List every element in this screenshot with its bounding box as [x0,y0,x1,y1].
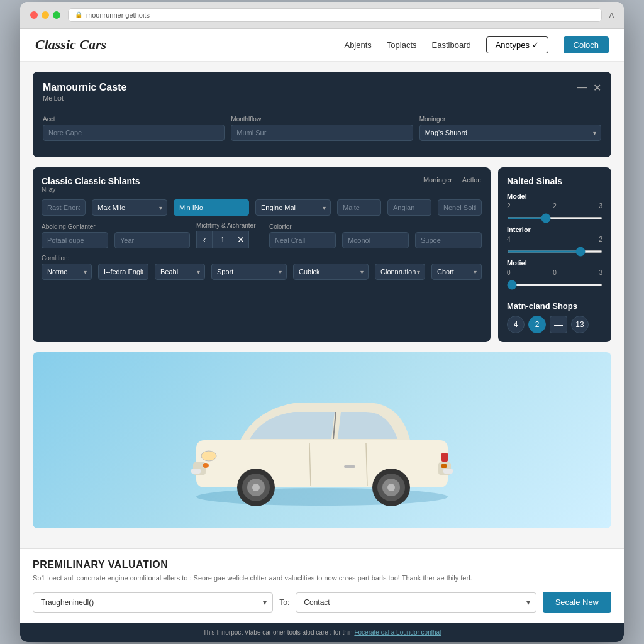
svg-rect-7 [191,469,201,474]
abolding-label: Abolding Gonlanter [42,223,108,230]
minino-input[interactable] [174,199,249,216]
model-slider-group: Model 2 2 3 [507,192,602,226]
search-now-button[interactable]: Secale New [543,592,611,613]
shop-num-4[interactable]: 4 [507,316,525,333]
browser-window: 🔒 moonrunner gethoits A Classic Cars Abj… [20,2,624,643]
interior-val: 2 [599,236,602,243]
site-logo: Classic Cars [35,36,344,53]
colorfor-label: Colorfor [269,223,336,230]
notme-select-wrapper: Notme [42,264,92,280]
valuation-select-1[interactable]: Traugheninedl() [33,592,273,613]
interior-slider-label: Interior [507,226,602,233]
close-panel-button[interactable]: ✕ [593,82,601,94]
filter-row-3: Comlition: Notme I--fedra [42,255,482,280]
sport-select-wrapper: Sport [211,264,287,280]
angian-group [387,199,431,216]
enginemal-select-wrapper: Engine Mal [255,199,331,216]
minimize-window-button[interactable] [42,11,49,19]
valuation-row: Traugheninedl() To: Contact Secale New [33,592,611,613]
notme-select[interactable]: Notme [42,264,92,280]
qty-decrement-button[interactable]: ‹ [196,231,213,248]
url-text: moonrunner gethoits [86,11,150,19]
beahl-select[interactable]: Beahl [155,264,205,280]
chort-select[interactable]: Chort [431,264,482,280]
shop-num-2[interactable]: 2 [528,316,546,333]
shop-num-13[interactable]: 13 [571,316,589,333]
supoe-input[interactable] [415,232,482,248]
motiel-slider-group: Motiel 0 0 3 [507,259,602,292]
acct-input[interactable] [43,125,225,141]
manager-select-wrapper: Mag's Shuord [419,125,601,141]
nenel-group [438,199,482,216]
valuation-select-2[interactable]: Contact [296,592,536,613]
browser-titlebar: 🔒 moonrunner gethoits A [20,2,624,29]
monthflow-group: Monthlflow [231,116,413,141]
filter-panel-subtitle: Nilay [42,186,140,193]
motiel-mid: 0 [553,269,557,276]
svg-rect-11 [441,453,448,462]
model-slider[interactable] [507,217,602,219]
year-input[interactable] [114,232,190,248]
nealcrall-input[interactable] [269,232,336,248]
side-panel: Nalted Sinals Model 2 2 3 Interior [498,167,611,342]
address-bar[interactable]: 🔒 moonrunner gethoits [68,8,602,22]
minimize-panel-button[interactable]: — [577,82,587,94]
filter-panel-title: Classic Classic Shlants [42,176,140,186]
moonol-input[interactable] [342,232,409,248]
main-body: Mamournic Caste Melbot — ✕ Acct Monthlfl… [20,62,624,548]
model-slider-label: Model [507,192,602,200]
interior-min: 4 [507,236,511,243]
acct-label: Acct [43,116,225,123]
announce-panel-subtitle: Melbot [43,94,126,102]
match-shops-group: Matn-cland Shops 4 2 — 13 [507,301,602,333]
nenel-input[interactable] [438,199,482,216]
model-slider-range: 2 2 3 [507,203,602,209]
search-and-filters: Classic Classic Shlants Nilay Moninger A… [33,167,611,342]
svg-point-20 [203,463,209,468]
rast-input[interactable] [42,199,86,216]
cubick-select[interactable]: Cubick [293,264,369,280]
match-shops-title: Matn-cland Shops [507,301,602,311]
monthflow-label: Monthlflow [231,116,413,123]
maximize-window-button[interactable] [53,11,60,19]
browser-content: Classic Cars Abjents Toplacts Eastlboard… [20,29,624,643]
interior-slider-group: Interior 4 2 [507,226,602,259]
malte-input[interactable] [337,199,381,216]
qty-increment-button[interactable]: ✕ [233,231,249,248]
rast-group [42,199,86,216]
interior-slider-range: 4 2 [507,236,602,243]
model-max: 3 [599,203,602,209]
shop-minus-button[interactable]: — [550,316,567,333]
motiel-slider[interactable] [507,284,602,286]
svg-point-19 [387,484,395,491]
abolding-input[interactable] [42,232,108,248]
angian-input[interactable] [387,199,431,216]
nav-link-eastlboard[interactable]: Eastlboard [432,40,471,50]
monthflow-input[interactable] [231,125,413,141]
moonol-group [342,230,409,248]
maxmile-select[interactable]: Max Mile [92,199,167,216]
sport-select[interactable]: Sport [211,264,287,280]
qty-input[interactable] [213,231,233,248]
comlition-label: Comlition: [42,255,92,262]
clonnrution-select-wrapper: Clonnrution [375,264,425,280]
svg-point-15 [252,484,260,491]
footer-link[interactable]: Focerate oal a Loundor conlhal [354,629,441,636]
coloch-button[interactable]: Coloch [564,36,609,53]
manager-group: Moninger Mag's Shuord [419,116,601,141]
interior-slider[interactable] [507,250,602,253]
site-nav: Classic Cars Abjents Toplacts Eastlboard… [20,29,624,62]
filter-panel: Classic Classic Shlants Nilay Moninger A… [33,167,491,342]
maxmile-group: Max Mile [92,199,167,216]
clonnrution-select[interactable]: Clonnrution [375,264,425,280]
fedra-select[interactable]: I--fedra Engine [98,264,148,280]
motiel-min: 0 [507,269,511,276]
nav-link-abjents[interactable]: Abjents [344,40,371,50]
enginemal-select[interactable]: Engine Mal [255,199,331,216]
anotypes-button[interactable]: Anotypes ✓ [486,36,548,53]
manager-select[interactable]: Mag's Shuord [419,125,601,141]
abolding-group: Abolding Gonlanter [42,223,108,248]
maxmile-select-wrapper: Max Mile [92,199,167,216]
nav-link-toplacts[interactable]: Toplacts [387,40,417,50]
close-window-button[interactable] [30,11,38,19]
